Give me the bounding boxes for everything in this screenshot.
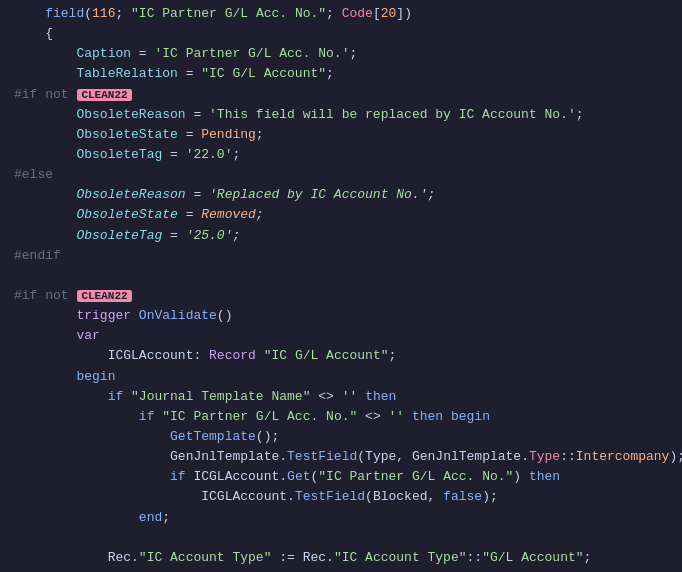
line-21: if "IC Partner G/L Acc. No." <> '' then … [0, 407, 682, 427]
line-13: #endif [0, 246, 682, 266]
badge-clean22-1: CLEAN22 [77, 89, 131, 101]
line-8: ObsoleteTag = '22.0'; [0, 145, 682, 165]
line-14 [0, 266, 682, 286]
line-15: #if not CLEAN22 [0, 286, 682, 306]
line-28: Rec."IC Account Type" := Rec."IC Account… [0, 548, 682, 568]
badge-clean22-2: CLEAN22 [77, 290, 131, 302]
line-20: if "Journal Template Name" <> '' then [0, 387, 682, 407]
line-11: ObsoleteState = Removed; [0, 205, 682, 225]
line-6: ObsoleteReason = 'This field will be rep… [0, 105, 682, 125]
line-22: GetTemplate(); [0, 427, 682, 447]
line-24: if ICGLAccount.Get("IC Partner G/L Acc. … [0, 467, 682, 487]
line-4: TableRelation = "IC G/L Account"; [0, 64, 682, 84]
line-7: ObsoleteState = Pending; [0, 125, 682, 145]
code-editor: field(116; "IC Partner G/L Acc. No."; Co… [0, 0, 682, 572]
line-17: var [0, 326, 682, 346]
line-1: field(116; "IC Partner G/L Acc. No."; Co… [0, 4, 682, 24]
line-5: #if not CLEAN22 [0, 85, 682, 105]
line-12: ObsoleteTag = '25.0'; [0, 226, 682, 246]
line-26: end; [0, 508, 682, 528]
line-2: { [0, 24, 682, 44]
line-25: ICGLAccount.TestField(Blocked, false); [0, 487, 682, 507]
line-29: Rec."IC Account No." := Rec."IC Partner … [0, 568, 682, 572]
line-3: Caption = 'IC Partner G/L Acc. No.'; [0, 44, 682, 64]
line-19: begin [0, 367, 682, 387]
line-9: #else [0, 165, 682, 185]
line-18: ICGLAccount: Record "IC G/L Account"; [0, 346, 682, 366]
line-27 [0, 528, 682, 548]
line-10: ObsoleteReason = 'Replaced by IC Account… [0, 185, 682, 205]
line-16: trigger OnValidate() [0, 306, 682, 326]
line-23: GenJnlTemplate.TestField(Type, GenJnlTem… [0, 447, 682, 467]
